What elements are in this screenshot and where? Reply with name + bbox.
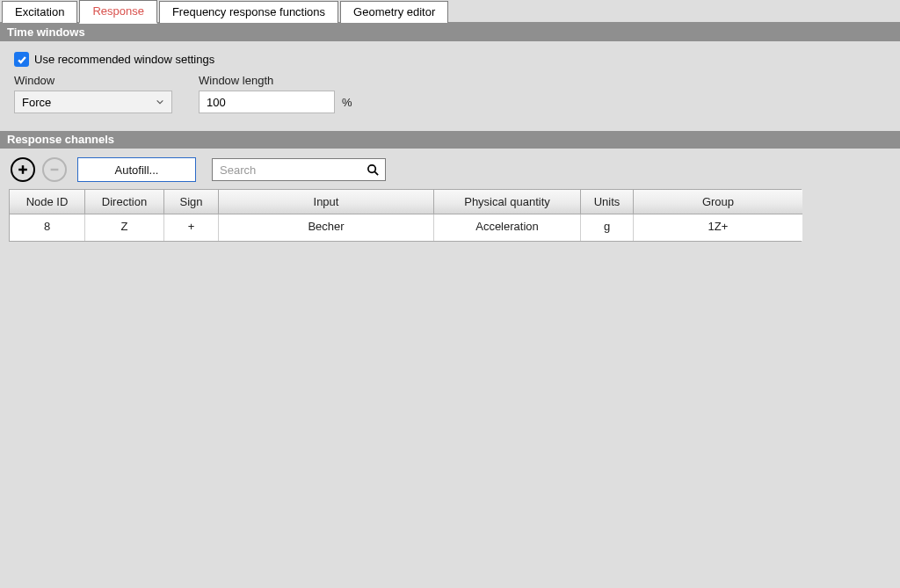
window-select[interactable]: Force	[14, 91, 172, 113]
channels-table: Node ID Direction Sign Input Physical qu…	[9, 189, 802, 242]
use-recommended-row: Use recommended window settings	[14, 52, 886, 67]
use-recommended-label: Use recommended window settings	[34, 53, 214, 66]
table-cell[interactable]: +	[164, 214, 219, 241]
use-recommended-checkbox[interactable]	[14, 52, 29, 67]
svg-line-4	[374, 171, 378, 175]
window-length-label: Window length	[199, 74, 352, 87]
time-windows-fields: Window Force Window length 100 %	[14, 74, 886, 113]
plus-icon	[17, 163, 29, 176]
time-windows-panel: Use recommended window settings Window F…	[0, 41, 900, 131]
table-cell[interactable]: Acceleration	[434, 214, 581, 241]
minus-icon	[48, 163, 61, 176]
search-icon	[367, 163, 380, 177]
check-icon	[17, 54, 27, 65]
search-input[interactable]: Search	[212, 158, 386, 181]
time-windows-header: Time windows	[0, 24, 900, 41]
table-cell[interactable]: g	[581, 214, 634, 241]
window-length-field: Window length 100 %	[199, 74, 352, 113]
table-cell[interactable]: Z	[85, 214, 164, 241]
col-group[interactable]: Group	[634, 190, 802, 214]
remove-channel-button	[42, 157, 67, 182]
table-cell[interactable]: 1Z+	[634, 214, 802, 241]
tab-excitation[interactable]: Excitation	[2, 1, 77, 23]
window-select-value: Force	[22, 96, 51, 109]
col-input[interactable]: Input	[219, 190, 434, 214]
table-cell[interactable]: 8	[10, 214, 85, 241]
response-channels-header: Response channels	[0, 131, 900, 149]
tab-bar: Excitation Response Frequency response f…	[0, 0, 900, 24]
tab-geometry-editor[interactable]: Geometry editor	[340, 1, 448, 23]
col-direction[interactable]: Direction	[85, 190, 164, 214]
window-field: Window Force	[14, 74, 172, 113]
search-placeholder: Search	[220, 163, 256, 177]
col-sign[interactable]: Sign	[164, 190, 219, 214]
col-node-id[interactable]: Node ID	[10, 190, 85, 214]
svg-point-3	[368, 164, 375, 171]
window-label: Window	[14, 74, 172, 87]
autofill-button[interactable]: Autofill...	[77, 157, 196, 182]
add-channel-button[interactable]	[11, 157, 35, 182]
tab-frf[interactable]: Frequency response functions	[159, 1, 338, 23]
window-length-input[interactable]: 100	[199, 91, 335, 113]
tab-response[interactable]: Response	[79, 0, 157, 24]
chevron-down-icon	[156, 98, 164, 106]
response-channels-panel: Autofill... Search Node ID Direction Sig…	[0, 149, 900, 250]
window-length-unit: %	[342, 96, 352, 109]
response-toolbar: Autofill... Search	[9, 157, 891, 182]
col-units[interactable]: Units	[581, 190, 634, 214]
table-cell[interactable]: Becher	[219, 214, 434, 241]
col-phys-qty[interactable]: Physical quantity	[434, 190, 581, 214]
window-length-value: 100	[207, 96, 226, 109]
